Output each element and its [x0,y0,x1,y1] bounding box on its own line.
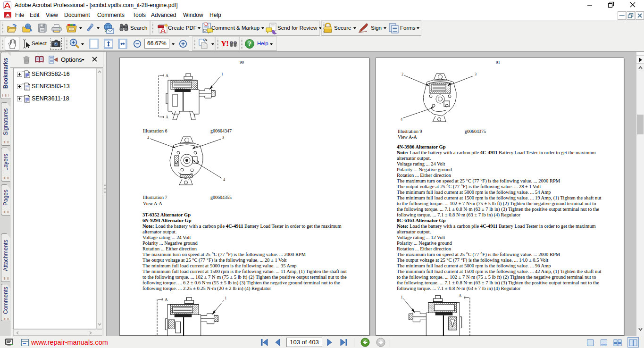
svg-text:A: A [165,297,168,302]
svg-text:1: 1 [221,72,223,76]
svg-text:1: 1 [401,295,402,299]
svg-text:?: ? [248,41,251,48]
svg-text:3: 3 [222,135,224,140]
svg-text:2: 2 [401,72,403,76]
svg-text:4: 4 [223,178,225,182]
svg-text:3: 3 [475,72,477,76]
svg-text:A: A [459,293,462,298]
svg-text:2: 2 [147,135,149,140]
svg-text:1: 1 [225,296,226,300]
svg-text:A: A [166,115,168,119]
svg-text:A: A [166,74,168,78]
svg-text:4: 4 [401,117,402,122]
